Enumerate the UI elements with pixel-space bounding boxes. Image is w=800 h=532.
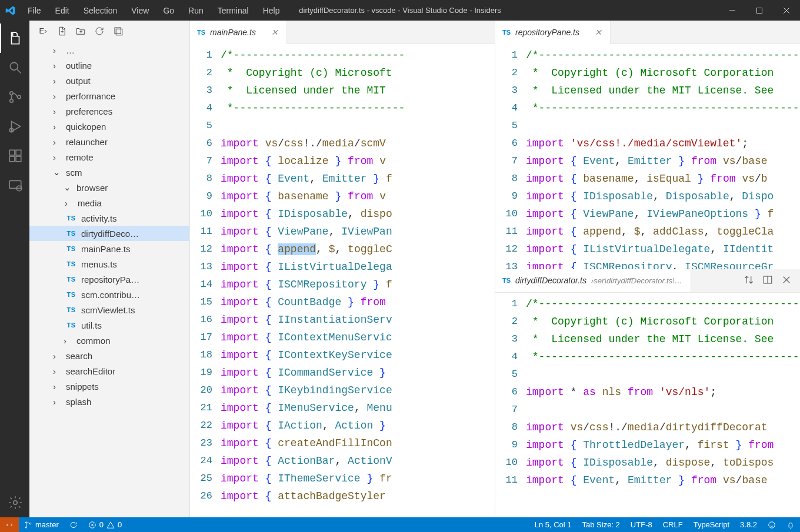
new-file-icon[interactable]: [56, 26, 67, 36]
code-line[interactable]: /*---------------------------: [221, 46, 495, 64]
encoding[interactable]: UTF-8: [625, 517, 658, 532]
code-editor-right[interactable]: 1234567891011121314151617181920212223242…: [190, 44, 495, 517]
folder-item[interactable]: ›preferences: [29, 103, 189, 119]
menu-terminal[interactable]: Terminal: [211, 0, 256, 21]
file-item[interactable]: TSactivity.ts: [29, 210, 189, 226]
code-line[interactable]: import { IContextKeyService: [221, 346, 495, 364]
file-item[interactable]: TSscmViewlet.ts: [29, 302, 189, 317]
file-item[interactable]: TSscm.contribu…: [29, 287, 189, 302]
feedback-icon[interactable]: [762, 517, 781, 532]
tab-size[interactable]: Tab Size: 2: [577, 517, 625, 532]
code-line[interactable]: import { IDisposable, dispo: [221, 205, 495, 223]
activity-extensions[interactable]: [0, 141, 29, 170]
remote-indicator[interactable]: [0, 517, 19, 532]
code-editor-left-bottom[interactable]: 1234567891011 /*------------------------…: [495, 293, 800, 518]
folder-item[interactable]: ⌄scm: [29, 165, 189, 180]
folder-item[interactable]: ›output: [29, 73, 189, 88]
code-line[interactable]: import { ThrottledDelayer, first } from: [526, 436, 800, 454]
collapse-icon[interactable]: [113, 26, 124, 36]
tab-dirtydiff[interactable]: TS dirtydiffDecorator.ts ›ser\dirtydiffD…: [495, 269, 691, 293]
code-line[interactable]: import vs/css!./media/scmV: [221, 135, 495, 152]
code-line[interactable]: *---------------------------: [221, 99, 495, 117]
folder-item[interactable]: ›…: [29, 42, 189, 58]
git-sync[interactable]: [64, 517, 83, 532]
code-line[interactable]: [526, 117, 800, 135]
activity-debug[interactable]: [0, 112, 29, 141]
code-line[interactable]: import { createAndFillInCon: [221, 434, 495, 452]
code-line[interactable]: import { ISCMRepository, ISCMResourceGr: [526, 258, 800, 269]
folder-item[interactable]: ›media: [29, 195, 189, 210]
activity-explorer[interactable]: [0, 24, 29, 53]
code-line[interactable]: import { CountBadge } from: [221, 293, 495, 311]
code-line[interactable]: import { ViewPane, IViewPaneOptions } f: [526, 205, 800, 223]
code-line[interactable]: import { IMenuService, Menu: [221, 399, 495, 417]
code-line[interactable]: import { IKeybindingService: [221, 382, 495, 399]
code-line[interactable]: [221, 117, 495, 135]
activity-remote[interactable]: [0, 170, 29, 200]
code-line[interactable]: * Copyright (c) Microsoft: [221, 64, 495, 82]
code-line[interactable]: import { Event, Emitter } from vs/base: [526, 471, 800, 489]
minimize-button[interactable]: [719, 0, 746, 21]
folder-item[interactable]: ›search: [29, 348, 189, 363]
activity-settings[interactable]: [0, 488, 29, 517]
menu-view[interactable]: View: [124, 0, 156, 21]
menu-run[interactable]: Run: [181, 0, 211, 21]
menu-file[interactable]: File: [21, 0, 48, 21]
code-line[interactable]: *---------------------------------------…: [526, 99, 800, 117]
language-mode[interactable]: TypeScript: [688, 517, 735, 532]
code-line[interactable]: import { ICommandService }: [221, 364, 495, 382]
folder-item[interactable]: ›outline: [29, 58, 189, 73]
code-line[interactable]: /*--------------------------------------…: [526, 46, 800, 64]
code-line[interactable]: import { IInstantiationServ: [221, 311, 495, 329]
ts-version[interactable]: 3.8.2: [735, 517, 762, 532]
code-line[interactable]: * Licensed under the MIT: [221, 82, 495, 99]
maximize-button[interactable]: [746, 0, 773, 21]
code-line[interactable]: * Licensed under the MIT License. See: [526, 330, 800, 348]
code-line[interactable]: import { append, $, toggleC: [221, 240, 495, 258]
refresh-icon[interactable]: [94, 26, 105, 36]
file-item[interactable]: TSdirtydiffDeco…: [29, 226, 189, 241]
folder-item[interactable]: ›performance: [29, 88, 189, 103]
code-line[interactable]: [526, 366, 800, 383]
git-branch[interactable]: master: [19, 517, 64, 532]
close-button[interactable]: [773, 0, 800, 21]
code-line[interactable]: import { ViewPane, IViewPan: [221, 223, 495, 240]
tab-repositorypane[interactable]: TS repositoryPane.ts ✕: [495, 21, 611, 44]
code-line[interactable]: import { IAction, Action }: [221, 417, 495, 434]
code-line[interactable]: import * as nls from 'vs/nls';: [526, 383, 800, 401]
close-icon[interactable]: ✕: [271, 28, 278, 37]
code-editor-left-top[interactable]: 12345678910111213 /*--------------------…: [495, 44, 800, 269]
code-line[interactable]: * Licensed under the MIT License. See: [526, 82, 800, 99]
code-line[interactable]: import 'vs/css!./media/scmViewlet';: [526, 135, 800, 152]
code-line[interactable]: import { IContextMenuServic: [221, 329, 495, 346]
file-tree[interactable]: ›…›outline›output›performance›preference…: [29, 41, 189, 517]
code-line[interactable]: import { IListVirtualDelegate, IIdentit: [526, 240, 800, 258]
code-line[interactable]: import { basename } from v: [221, 188, 495, 205]
code-line[interactable]: import { ISCMRepository } f: [221, 276, 495, 293]
compare-icon[interactable]: [744, 275, 754, 287]
menu-help[interactable]: Help: [256, 0, 287, 21]
code-line[interactable]: import { Event, Emitter } f: [221, 170, 495, 188]
code-line[interactable]: *---------------------------------------…: [526, 348, 800, 366]
activity-scm[interactable]: [0, 82, 29, 112]
folder-item[interactable]: ›splash: [29, 394, 189, 409]
file-item[interactable]: TSmenus.ts: [29, 256, 189, 272]
split-icon[interactable]: [762, 275, 773, 287]
activity-search[interactable]: [0, 53, 29, 82]
code-line[interactable]: [526, 401, 800, 419]
code-line[interactable]: import { IThemeService } fr: [221, 470, 495, 487]
code-line[interactable]: import { basename, isEqual } from vs/b: [526, 170, 800, 188]
file-item[interactable]: TSrepositoryPa…: [29, 272, 189, 287]
code-line[interactable]: import { IListVirtualDelega: [221, 258, 495, 276]
menu-selection[interactable]: Selection: [76, 0, 125, 21]
folder-item[interactable]: ›relauncher: [29, 134, 189, 149]
close-icon[interactable]: [781, 275, 792, 287]
folder-item[interactable]: ›common: [29, 333, 189, 348]
close-icon[interactable]: ✕: [595, 28, 602, 37]
folder-item[interactable]: ›quickopen: [29, 119, 189, 134]
folder-item[interactable]: ›snippets: [29, 379, 189, 394]
code-line[interactable]: import { IDisposable, Disposable, Dispo: [526, 188, 800, 205]
folder-item[interactable]: ›searchEditor: [29, 363, 189, 379]
code-line[interactable]: import { attachBadgeStyler: [221, 487, 495, 505]
bell-icon[interactable]: [781, 517, 800, 532]
